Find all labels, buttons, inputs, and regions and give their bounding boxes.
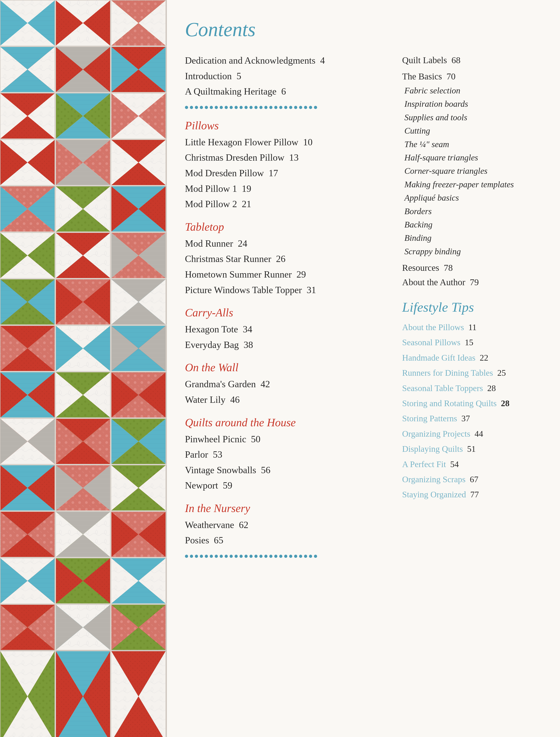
lifestyle-tips-title: Lifestyle Tips bbox=[402, 299, 542, 315]
toc-mod-pillow-1: Mod Pillow 1 19 bbox=[185, 182, 389, 195]
quiltshouse-header: Quilts around the House bbox=[185, 416, 389, 429]
toc-posies: Posies 65 bbox=[185, 534, 389, 547]
quilt-pattern-svg bbox=[0, 0, 167, 737]
front-matter-section: Dedication and Acknowledgments 4 Introdu… bbox=[185, 54, 389, 98]
basics-subitems: Fabric selection Inspiration boards Supp… bbox=[402, 85, 542, 257]
basics-supplies-tools: Supplies and tools bbox=[404, 112, 542, 123]
lifestyle-staying-organized: Staying Organized 77 bbox=[402, 489, 542, 500]
lifestyle-runners-dining: Runners for Dining Tables 25 bbox=[402, 367, 542, 379]
toc-everyday-bag: Everyday Bag 38 bbox=[185, 339, 389, 351]
lifestyle-seasonal-pillows: Seasonal Pillows 15 bbox=[402, 337, 542, 348]
toc-hexagon-tote: Hexagon Tote 34 bbox=[185, 323, 389, 335]
lifestyle-storing-patterns: Storing Patterns 37 bbox=[402, 413, 542, 424]
toc-resources: Resources 78 bbox=[402, 262, 542, 274]
basics-applique: Appliqué basics bbox=[404, 192, 542, 203]
basics-corner-square: Corner-square triangles bbox=[404, 165, 542, 176]
toc-dedication: Dedication and Acknowledgments 4 bbox=[185, 54, 389, 67]
lifestyle-displaying-quilts: Displaying Quilts 51 bbox=[402, 444, 542, 455]
toc-water-lily: Water Lily 46 bbox=[185, 394, 389, 406]
toc-heritage: A Quiltmaking Heritage 6 bbox=[185, 85, 389, 98]
left-column: Dedication and Acknowledgments 4 Introdu… bbox=[185, 54, 389, 719]
basics-cutting: Cutting bbox=[404, 125, 542, 136]
nursery-header: In the Nursery bbox=[185, 502, 389, 515]
lifestyle-organizing-scraps: Organizing Scraps 67 bbox=[402, 474, 542, 485]
lifestyle-seasonal-toppers: Seasonal Table Toppers 28 bbox=[402, 383, 542, 394]
lifestyle-handmade-gifts: Handmade Gift Ideas 22 bbox=[402, 352, 542, 363]
basics-inspiration-boards: Inspiration boards bbox=[404, 98, 542, 109]
tabletop-section: Tabletop Mod Runner 24 Christmas Star Ru… bbox=[185, 220, 389, 296]
content-panel: Contents Dedication and Acknowledgments … bbox=[167, 0, 560, 737]
lifestyle-perfect-fit: A Perfect Fit 54 bbox=[402, 459, 542, 470]
quilt-image-panel bbox=[0, 0, 167, 737]
lifestyle-about-pillows: About the Pillows 11 bbox=[402, 322, 542, 333]
toc-weathervane: Weathervane 62 bbox=[185, 519, 389, 531]
lifestyle-organizing-projects: Organizing Projects 44 bbox=[402, 428, 542, 439]
toc-mod-runner: Mod Runner 24 bbox=[185, 237, 389, 250]
onwall-header: On the Wall bbox=[185, 361, 389, 374]
nursery-section: In the Nursery Weathervane 62 Posies 65 bbox=[185, 502, 389, 547]
toc-christmas-star: Christmas Star Runner 26 bbox=[185, 253, 389, 265]
toc-pinwheel-picnic: Pinwheel Picnic 50 bbox=[185, 433, 389, 446]
basics-fabric-selection: Fabric selection bbox=[404, 85, 542, 96]
right-column: Quilt Labels 68 The Basics 70 Fabric sel… bbox=[402, 54, 542, 719]
lifestyle-tips-section: Lifestyle Tips About the Pillows 11 Seas… bbox=[402, 299, 542, 500]
toc-introduction: Introduction 5 bbox=[185, 70, 389, 82]
toc-mod-pillow-2: Mod Pillow 2 21 bbox=[185, 198, 389, 210]
toc-grandmas-garden: Grandma's Garden 42 bbox=[185, 378, 389, 391]
toc-christmas-dresden: Christmas Dresden Pillow 13 bbox=[185, 151, 389, 164]
toc-the-basics: The Basics 70 bbox=[402, 71, 542, 82]
page-title: Contents bbox=[185, 18, 542, 41]
dot-divider-bottom bbox=[185, 555, 389, 558]
toc-parlor: Parlor 53 bbox=[185, 449, 389, 461]
toc-mod-dresden: Mod Dresden Pillow 17 bbox=[185, 167, 389, 179]
pillows-header: Pillows bbox=[185, 119, 389, 132]
carryalls-section: Carry-Alls Hexagon Tote 34 Everyday Bag … bbox=[185, 306, 389, 351]
basics-binding: Binding bbox=[404, 232, 542, 243]
lifestyle-storing-rotating: Storing and Rotating Quilts 28 bbox=[402, 398, 542, 409]
toc-picture-windows: Picture Windows Table Topper 31 bbox=[185, 284, 389, 296]
tabletop-header: Tabletop bbox=[185, 220, 389, 233]
basics-borders: Borders bbox=[404, 206, 542, 217]
quiltshouse-section: Quilts around the House Pinwheel Picnic … bbox=[185, 416, 389, 492]
basics-half-square: Half-square triangles bbox=[404, 152, 542, 163]
basics-backing: Backing bbox=[404, 219, 542, 230]
toc-newport: Newport 59 bbox=[185, 479, 389, 492]
carryalls-header: Carry-Alls bbox=[185, 306, 389, 319]
toc-quilt-labels: Quilt Labels 68 bbox=[402, 54, 542, 66]
pillows-section: Pillows Little Hexagon Flower Pillow 10 … bbox=[185, 119, 389, 210]
toc-about-author: About the Author 79 bbox=[402, 276, 542, 288]
basics-freezer-paper: Making freezer-paper templates bbox=[404, 179, 542, 190]
basics-scrappy-binding: Scrappy binding bbox=[404, 246, 542, 257]
toc-vintage-snowballs: Vintage Snowballs 56 bbox=[185, 464, 389, 476]
toc-little-hexagon: Little Hexagon Flower Pillow 10 bbox=[185, 136, 389, 148]
toc-hometown-runner: Hometown Summer Runner 29 bbox=[185, 268, 389, 281]
basics-quarter-seam: The ¼" seam bbox=[404, 139, 542, 150]
dot-divider-top bbox=[185, 106, 389, 109]
onwall-section: On the Wall Grandma's Garden 42 Water Li… bbox=[185, 361, 389, 406]
